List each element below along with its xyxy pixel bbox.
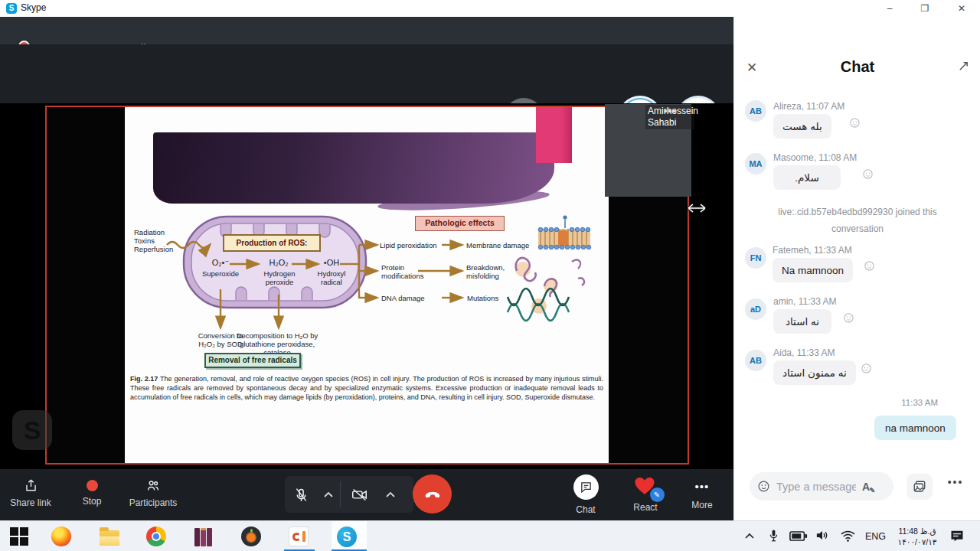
react-smiley-icon[interactable] [843, 312, 854, 324]
close-button[interactable]: ✕ [949, 0, 975, 17]
expand-chat-icon[interactable] [958, 60, 969, 72]
react-smiley-icon[interactable] [849, 117, 861, 129]
stimulus-radiation: Radiation [134, 228, 177, 236]
format-text-icon[interactable]: ✎A [862, 481, 870, 493]
camera-off-icon [351, 487, 368, 503]
mic-muted-button[interactable] [285, 487, 317, 503]
stop-recording-button[interactable]: Stop [74, 478, 110, 507]
hang-up-icon [423, 484, 443, 504]
chat-circle [573, 474, 599, 500]
tray-wifi-icon[interactable] [840, 530, 856, 543]
message-bubble[interactable]: نه استاد [773, 309, 831, 334]
more-button[interactable]: ••• More [684, 478, 720, 510]
tray-mic-icon[interactable] [768, 528, 779, 544]
participant-video-tile[interactable]: Amirhossein Sahabi [605, 104, 691, 197]
call-stage: Radiation Toxins Reperfusion Production … [0, 103, 733, 469]
mic-muted-icon [293, 487, 309, 503]
message-meta: Aida, 11:33 AM [773, 347, 835, 358]
avatar[interactable]: FN [745, 247, 766, 269]
avatar[interactable]: AB [745, 100, 766, 122]
avatar[interactable]: aD [745, 298, 766, 320]
tray-clock[interactable]: 11:48 ق.ظ ۱۴۰۰/۰۷/۱۳ [890, 526, 945, 547]
mic-options-chevron[interactable] [317, 491, 340, 497]
taskbar-skype[interactable]: S [337, 527, 357, 546]
message-meta: Alireza, 11:07 AM [773, 101, 844, 112]
mutations-label: Mutations [467, 294, 513, 302]
message-meta: Fatemeh, 11:33 AM [773, 245, 852, 256]
pencil-badge-icon: ✎ [650, 487, 665, 502]
chat-toggle-button[interactable]: Chat [564, 474, 607, 515]
stop-record-icon [87, 480, 98, 491]
dna-damage-label: DNA damage [381, 294, 436, 302]
send-media-button[interactable] [906, 474, 933, 500]
file-explorer-icon [100, 530, 119, 546]
shared-slide: Radiation Toxins Reperfusion Production … [125, 107, 609, 463]
react-smiley-icon[interactable] [861, 363, 872, 374]
figure-caption: Fig. 2.17 The generation, removal, and r… [130, 374, 603, 402]
restore-button[interactable]: ❐ [912, 0, 938, 17]
recording-bar: 41:41 Stop recording [0, 17, 733, 44]
removal-of-free-radicals-box: Removal of free radicals [204, 353, 301, 368]
participants-button[interactable]: Participants [121, 478, 185, 508]
gallery-media-icon [913, 480, 926, 494]
chat-more-options-icon[interactable]: ••• [942, 476, 969, 488]
react-icons: ✎ [633, 474, 658, 497]
chat-message-input[interactable] [775, 480, 858, 494]
react-button[interactable]: ✎ React [624, 474, 667, 513]
participants-label: Participants [129, 497, 178, 508]
stimulus-reperfusion: Reperfusion [134, 245, 177, 253]
camera-off-button[interactable] [341, 487, 377, 503]
superoxide-label: Superoxide [198, 269, 243, 278]
tray-chevron-up-icon[interactable] [744, 532, 755, 540]
powerpoint-icon [289, 527, 309, 546]
tray-speaker-icon[interactable] [815, 528, 830, 543]
start-button[interactable] [9, 527, 29, 546]
message-text: نه استاد [786, 315, 819, 328]
mic-camera-group [285, 476, 413, 513]
taskbar-chrome[interactable] [146, 527, 166, 546]
taskbar-library-app[interactable] [193, 527, 213, 546]
tray-notifications-icon[interactable] [949, 529, 965, 543]
message-bubble[interactable]: بله هست [773, 114, 831, 139]
avatar[interactable]: MA [745, 153, 766, 174]
chrome-icon [146, 527, 166, 546]
minimize-button[interactable]: – [877, 0, 903, 17]
hydrogen-peroxide-formula: H₂O₂ [265, 258, 292, 267]
emoji-picker-icon[interactable] [757, 480, 770, 493]
react-smiley-icon[interactable] [862, 168, 874, 180]
own-message-bubble[interactable]: na mamnoon [874, 416, 956, 440]
system-message: live:.cid.b57eb4edbd992930 joined this c… [750, 204, 965, 237]
participants-icon [145, 478, 161, 493]
taskbar-powerpoint[interactable] [289, 527, 309, 546]
hydroxyl-label: Hydroxyl radical [313, 269, 350, 286]
taskbar-firefox[interactable] [51, 527, 71, 546]
skype-taskbar-icon: S [337, 527, 357, 547]
production-of-ros-box: Production of ROS: [223, 234, 321, 252]
share-link-label: Share link [10, 497, 51, 508]
tray-language-indicator[interactable]: ENG [865, 531, 886, 542]
chevron-up-icon [324, 491, 333, 497]
message-composer[interactable]: ✎A [750, 472, 893, 500]
message-text: سلام. [795, 171, 818, 184]
chat-label: Chat [576, 504, 595, 515]
message-bubble[interactable]: نه ممنون استاد [773, 360, 856, 385]
own-message-text: na mamnoon [885, 422, 946, 434]
chevron-up-icon [386, 491, 395, 497]
react-smiley-icon[interactable] [864, 260, 875, 272]
tray-battery-icon[interactable] [789, 530, 808, 542]
end-call-button[interactable] [413, 474, 452, 514]
skype-watermark: S [12, 410, 52, 450]
tile-overflow-icon[interactable]: ••• [664, 106, 677, 117]
camera-options-chevron[interactable] [377, 491, 403, 497]
taskbar-file-explorer[interactable] [100, 527, 119, 546]
react-label: React [633, 502, 657, 513]
message-bubble[interactable]: Na mamnoon [773, 258, 853, 282]
taskbar-fl-studio[interactable] [241, 527, 261, 546]
message-bubble[interactable]: سلام. [773, 165, 841, 190]
panel-resize-handle-icon[interactable] [687, 202, 707, 214]
share-link-button[interactable]: Share link [9, 478, 52, 508]
window-titlebar: S Skype – ❐ ✕ [0, 0, 980, 17]
avatar[interactable]: AB [745, 350, 766, 371]
stimulus-toxins: Toxins [134, 236, 177, 245]
figure-caption-number: Fig. 2.17 [130, 375, 158, 383]
